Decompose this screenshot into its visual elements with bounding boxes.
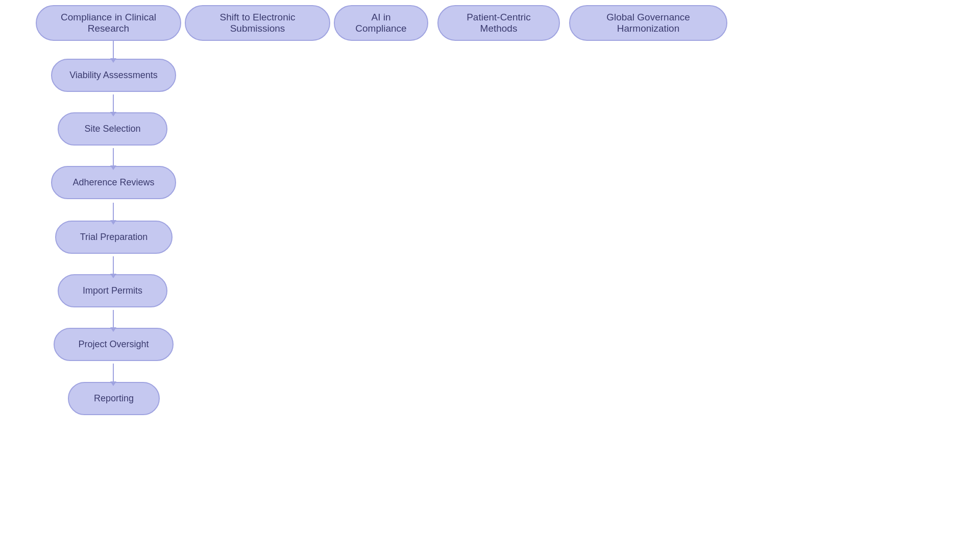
node-site[interactable]: Site Selection	[58, 112, 167, 146]
node-project[interactable]: Project Oversight	[54, 328, 174, 361]
arrow-arrow-site-adh	[113, 148, 114, 166]
node-compliance[interactable]: Compliance in Clinical Research	[36, 5, 181, 41]
node-electronic[interactable]: Shift to Electronic Submissions	[185, 5, 330, 41]
node-adherence[interactable]: Adherence Reviews	[51, 166, 176, 199]
arrow-arrow-imp-proj	[113, 310, 114, 328]
node-import[interactable]: Import Permits	[58, 274, 167, 307]
node-patient[interactable]: Patient-Centric Methods	[437, 5, 560, 41]
arrow-arrow-proj-rep	[113, 364, 114, 382]
arrow-arrow-adh-trial	[113, 203, 114, 221]
node-trial[interactable]: Trial Preparation	[55, 221, 173, 254]
arrow-arrow-comp-via	[113, 41, 114, 59]
diagram-container: Compliance in Clinical ResearchShift to …	[0, 0, 980, 553]
arrow-arrow-trial-imp	[113, 256, 114, 274]
node-ai[interactable]: AI in Compliance	[334, 5, 428, 41]
node-viability[interactable]: Viability Assessments	[51, 59, 176, 92]
node-global[interactable]: Global Governance Harmonization	[569, 5, 727, 41]
node-reporting[interactable]: Reporting	[68, 382, 160, 415]
arrow-arrow-via-site	[113, 94, 114, 112]
